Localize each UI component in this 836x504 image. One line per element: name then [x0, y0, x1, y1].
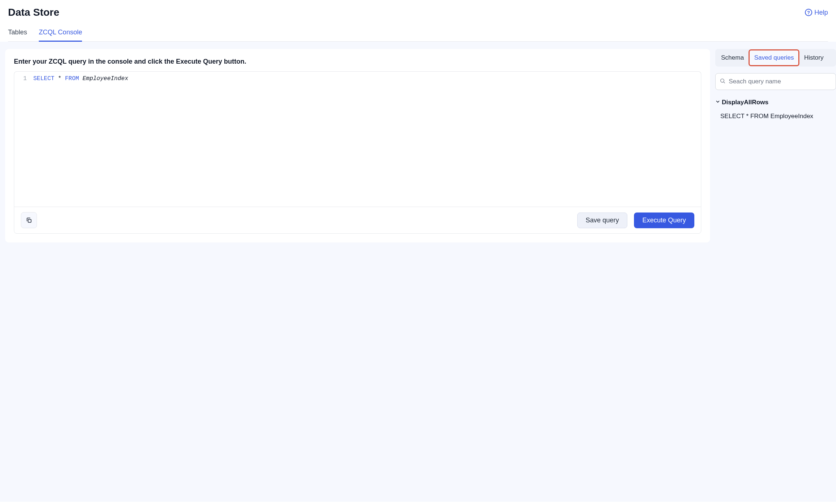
saved-query-name: DisplayAllRows	[722, 99, 769, 106]
saved-query-toggle[interactable]: DisplayAllRows	[715, 99, 836, 106]
side-tabs: Schema Saved queries History	[715, 49, 836, 67]
line-number: 1	[14, 75, 27, 82]
page-title: Data Store	[8, 7, 59, 18]
side-tab-history[interactable]: History	[800, 50, 828, 65]
execute-query-button[interactable]: Execute Query	[634, 212, 694, 228]
saved-query-item: DisplayAllRows SELECT * FROM EmployeeInd…	[715, 99, 836, 120]
search-icon	[720, 78, 725, 85]
help-label: Help	[814, 9, 828, 16]
code-line[interactable]: SELECT * FROM EmployeeIndex	[33, 75, 701, 203]
token-star: *	[58, 75, 61, 82]
saved-query-body: SELECT * FROM EmployeeIndex	[715, 113, 836, 120]
help-icon: ?	[805, 9, 812, 16]
svg-rect-0	[28, 219, 31, 222]
chevron-down-icon	[715, 99, 720, 106]
help-link[interactable]: ? Help	[805, 9, 828, 16]
side-tab-saved-queries[interactable]: Saved queries	[750, 50, 798, 65]
main-tabs: Tables ZCQL Console	[8, 29, 828, 42]
tab-zcql-console[interactable]: ZCQL Console	[39, 29, 82, 42]
editor-card: Enter your ZCQL query in the console and…	[5, 49, 710, 242]
copy-icon	[26, 217, 32, 223]
editor-prompt: Enter your ZCQL query in the console and…	[14, 58, 701, 65]
editor-footer: Save query Execute Query	[14, 207, 701, 234]
copy-button[interactable]	[21, 212, 37, 228]
svg-point-1	[721, 79, 724, 82]
tab-tables[interactable]: Tables	[8, 29, 27, 42]
svg-line-2	[724, 82, 725, 83]
token-from: FROM	[65, 75, 79, 82]
side-tab-schema[interactable]: Schema	[717, 50, 748, 65]
save-query-button[interactable]: Save query	[577, 212, 627, 228]
token-select: SELECT	[33, 75, 55, 82]
token-ident: EmployeeIndex	[82, 75, 128, 82]
search-input[interactable]	[715, 73, 836, 90]
code-editor[interactable]: 1 SELECT * FROM EmployeeIndex	[14, 71, 701, 207]
editor-gutter: 1	[14, 75, 33, 203]
